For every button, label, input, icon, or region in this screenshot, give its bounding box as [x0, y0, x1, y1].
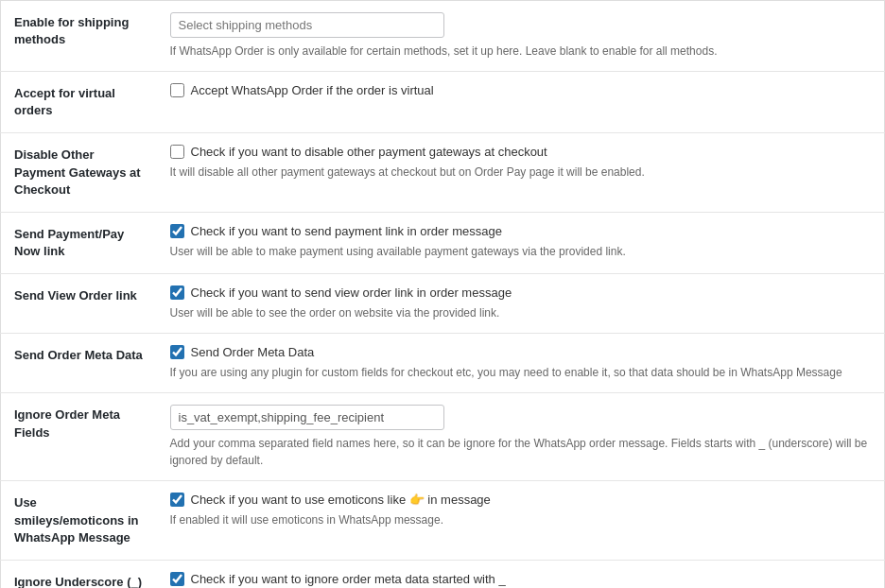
checkbox-send-order-meta[interactable]: [170, 345, 184, 359]
description-ignore-meta-fields: Add your comma separated field names her…: [170, 435, 872, 469]
checkbox-send-payment-link[interactable]: [170, 224, 184, 238]
label-disable-payment: Disable Other Payment Gateways at Checko…: [1, 133, 157, 213]
settings-table: Enable for shipping methodsIf WhatsApp O…: [0, 0, 885, 588]
field-send-view-order: Check if you want to send view order lin…: [157, 274, 885, 334]
label-accept-virtual: Accept for virtual orders: [1, 72, 157, 133]
field-send-payment-link: Check if you want to send payment link i…: [157, 212, 885, 273]
row-send-payment-link: Send Payment/Pay Now linkCheck if you wa…: [1, 212, 885, 273]
description-use-smileys: If enabled it will use emoticons in What…: [170, 511, 872, 528]
label-enable-shipping: Enable for shipping methods: [1, 1, 157, 72]
emoji-use-smileys: 👉: [409, 493, 425, 507]
checkbox-row-disable-payment: Check if you want to disable other payme…: [170, 145, 872, 159]
checkbox-use-smileys[interactable]: [170, 493, 184, 507]
checkbox-label-send-payment-link: Check if you want to send payment link i…: [191, 224, 503, 238]
checkbox-disable-payment[interactable]: [170, 145, 184, 159]
field-use-smileys: Check if you want to use emoticons like …: [157, 481, 885, 561]
checkbox-label-ignore-underscore: Check if you want to ignore order meta d…: [191, 572, 506, 586]
checkbox-row-send-order-meta: Send Order Meta Data: [170, 345, 872, 359]
checkbox-label-send-order-meta: Send Order Meta Data: [191, 345, 315, 359]
description-send-view-order: User will be able to see the order on we…: [170, 304, 872, 321]
row-accept-virtual: Accept for virtual ordersAccept WhatsApp…: [1, 72, 885, 133]
checkbox-row-accept-virtual: Accept WhatsApp Order if the order is vi…: [170, 83, 872, 97]
row-enable-shipping: Enable for shipping methodsIf WhatsApp O…: [1, 1, 885, 72]
input-ignore-meta-fields[interactable]: [170, 405, 444, 430]
label-send-payment-link: Send Payment/Pay Now link: [1, 212, 157, 273]
checkbox-ignore-underscore[interactable]: [170, 572, 184, 586]
row-ignore-meta-fields: Ignore Order Meta FieldsAdd your comma s…: [1, 393, 885, 481]
field-enable-shipping: If WhatsApp Order is only available for …: [157, 1, 885, 72]
checkbox-row-use-smileys: Check if you want to use emoticons like …: [170, 493, 872, 507]
checkbox-label-send-view-order: Check if you want to send view order lin…: [191, 285, 512, 300]
checkbox-label-accept-virtual: Accept WhatsApp Order if the order is vi…: [191, 83, 434, 97]
label-ignore-meta-fields: Ignore Order Meta Fields: [1, 393, 157, 481]
checkbox-label-use-smileys: Check if you want to use emoticons like …: [191, 493, 491, 507]
checkbox-label-disable-payment: Check if you want to disable other payme…: [191, 145, 547, 159]
label-send-order-meta: Send Order Meta Data: [1, 334, 157, 393]
description-enable-shipping: If WhatsApp Order is only available for …: [170, 43, 872, 60]
input-enable-shipping[interactable]: [170, 12, 444, 38]
checkbox-row-ignore-underscore: Check if you want to ignore order meta d…: [170, 572, 872, 586]
description-send-order-meta: If you are using any plugin for custom f…: [170, 364, 872, 381]
field-ignore-underscore: Check if you want to ignore order meta d…: [157, 560, 885, 588]
row-send-order-meta: Send Order Meta DataSend Order Meta Data…: [1, 334, 885, 393]
label-ignore-underscore: Ignore Underscore (_) Order Meta Data: [1, 560, 157, 588]
row-send-view-order: Send View Order linkCheck if you want to…: [1, 274, 885, 334]
row-disable-payment: Disable Other Payment Gateways at Checko…: [1, 133, 885, 213]
row-use-smileys: Use smileys/emoticons in WhatsApp Messag…: [1, 481, 885, 561]
field-send-order-meta: Send Order Meta DataIf you are using any…: [157, 334, 885, 393]
checkbox-accept-virtual[interactable]: [170, 83, 184, 97]
field-ignore-meta-fields: Add your comma separated field names her…: [157, 393, 885, 481]
field-disable-payment: Check if you want to disable other payme…: [157, 133, 885, 213]
checkbox-send-view-order[interactable]: [170, 285, 184, 300]
label-use-smileys: Use smileys/emoticons in WhatsApp Messag…: [1, 481, 157, 561]
description-send-payment-link: User will be able to make payment using …: [170, 243, 872, 260]
field-accept-virtual: Accept WhatsApp Order if the order is vi…: [157, 72, 885, 133]
checkbox-row-send-view-order: Check if you want to send view order lin…: [170, 285, 872, 300]
description-disable-payment: It will disable all other payment gatewa…: [170, 164, 872, 181]
row-ignore-underscore: Ignore Underscore (_) Order Meta DataChe…: [1, 560, 885, 588]
label-send-view-order: Send View Order link: [1, 274, 157, 334]
checkbox-row-send-payment-link: Check if you want to send payment link i…: [170, 224, 872, 238]
